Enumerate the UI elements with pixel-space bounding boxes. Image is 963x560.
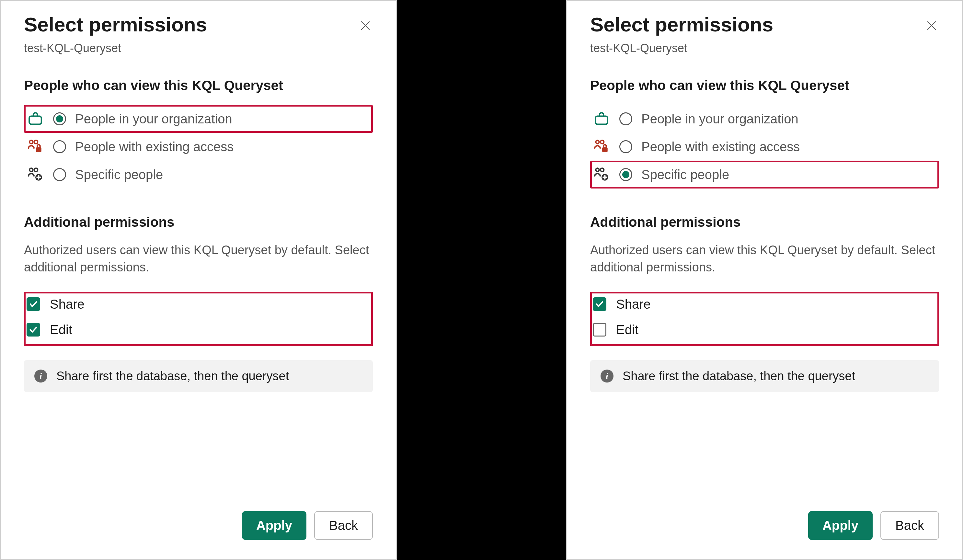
radio-group: People in your organization People with … (24, 105, 373, 188)
info-banner: i Share first the database, then the que… (24, 360, 373, 392)
svg-point-6 (29, 168, 33, 172)
briefcase-icon (27, 110, 44, 128)
checkbox-label: Share (50, 297, 84, 312)
svg-point-13 (601, 140, 604, 144)
dialog-footer: Apply Back (590, 485, 939, 540)
svg-point-12 (596, 140, 599, 144)
additional-section-desc: Authorized users can view this KQL Query… (590, 242, 939, 276)
radio-option[interactable]: People in your organization (590, 105, 939, 133)
close-button[interactable] (358, 18, 373, 33)
apply-button[interactable]: Apply (808, 511, 873, 540)
radio-input[interactable] (53, 168, 66, 181)
people-add-icon (593, 166, 610, 183)
info-banner: i Share first the database, then the que… (590, 360, 939, 392)
dialog-title: Select permissions (24, 14, 207, 36)
checkbox-input[interactable] (593, 297, 606, 311)
radio-label: Specific people (641, 167, 729, 182)
radio-label: People in your organization (641, 112, 798, 126)
view-section-title: People who can view this KQL Queryset (590, 78, 939, 93)
additional-section-desc: Authorized users can view this KQL Query… (24, 242, 373, 276)
radio-input[interactable] (53, 140, 66, 153)
permissions-panel-right: Select permissions test-KQL-Queryset Peo… (566, 0, 963, 560)
checkbox-input[interactable] (27, 297, 40, 311)
radio-input[interactable] (53, 112, 66, 125)
checkbox-label: Share (616, 297, 651, 312)
info-icon: i (34, 369, 47, 382)
people-lock-icon (593, 138, 610, 155)
radio-label: People in your organization (75, 112, 232, 126)
info-text: Share first the database, then the query… (56, 369, 289, 383)
additional-section-title: Additional permissions (590, 214, 939, 230)
radio-input[interactable] (619, 112, 632, 125)
radio-group: People in your organization People with … (590, 105, 939, 188)
checkbox-label: Edit (616, 322, 639, 337)
radio-input[interactable] (619, 168, 632, 181)
checkbox-group: Share Edit (24, 292, 373, 346)
view-section-title: People who can view this KQL Queryset (24, 78, 373, 93)
checkbox-row[interactable]: Edit (27, 322, 370, 337)
svg-rect-14 (602, 147, 608, 152)
dialog-subtitle: test-KQL-Queryset (24, 42, 373, 55)
svg-point-16 (601, 168, 604, 172)
svg-point-4 (34, 140, 37, 144)
permissions-panel-left: Select permissions test-KQL-Queryset Peo… (0, 0, 397, 560)
svg-point-3 (29, 140, 33, 144)
people-lock-icon (27, 138, 44, 155)
radio-option[interactable]: People with existing access (590, 133, 939, 161)
dialog-footer: Apply Back (24, 485, 373, 540)
svg-rect-11 (595, 116, 608, 125)
checkbox-group: Share Edit (590, 292, 939, 346)
radio-label: Specific people (75, 167, 163, 182)
radio-option[interactable]: People in your organization (24, 105, 373, 133)
info-text: Share first the database, then the query… (623, 369, 855, 383)
svg-rect-5 (36, 147, 41, 152)
close-button[interactable] (924, 18, 939, 33)
additional-section-title: Additional permissions (24, 214, 373, 230)
radio-option[interactable]: Specific people (590, 161, 939, 188)
close-icon (360, 20, 371, 31)
info-icon: i (601, 369, 613, 382)
people-add-icon (27, 166, 44, 183)
close-icon (926, 20, 937, 31)
briefcase-icon (593, 110, 610, 128)
svg-point-7 (34, 168, 37, 172)
apply-button[interactable]: Apply (242, 511, 306, 540)
radio-option[interactable]: Specific people (24, 161, 373, 188)
radio-label: People with existing access (75, 139, 233, 154)
checkbox-row[interactable]: Share (27, 297, 370, 312)
dialog-subtitle: test-KQL-Queryset (590, 42, 939, 55)
back-button[interactable]: Back (880, 511, 939, 540)
checkbox-row[interactable]: Share (593, 297, 936, 312)
radio-input[interactable] (619, 140, 632, 153)
svg-rect-2 (29, 116, 41, 125)
checkbox-input[interactable] (593, 323, 606, 337)
checkbox-input[interactable] (27, 323, 40, 337)
checkbox-row[interactable]: Edit (593, 322, 936, 337)
dialog-title: Select permissions (590, 14, 773, 36)
svg-point-15 (596, 168, 599, 172)
radio-option[interactable]: People with existing access (24, 133, 373, 161)
back-button[interactable]: Back (314, 511, 373, 540)
radio-label: People with existing access (641, 139, 800, 154)
panel-divider (397, 0, 566, 560)
checkbox-label: Edit (50, 322, 72, 337)
